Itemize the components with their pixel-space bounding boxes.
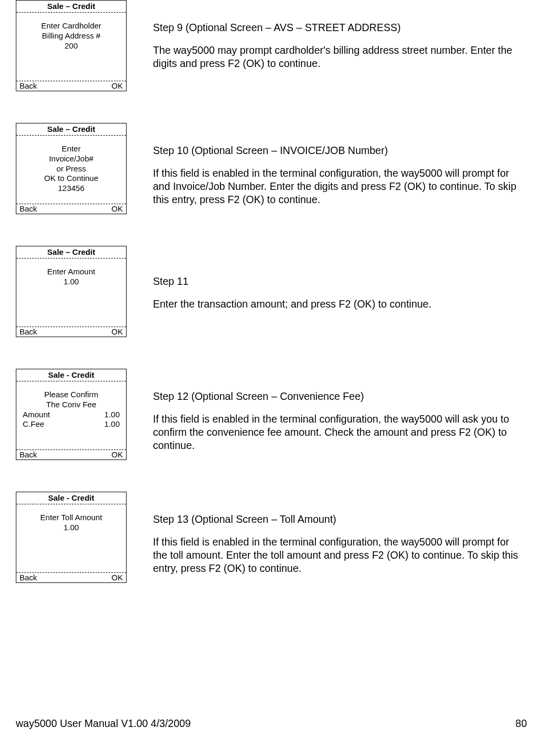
- step-row: Sale – Credit Enter Amount 1.00 Back OK …: [16, 246, 527, 337]
- terminal-footer: Back OK: [16, 450, 126, 460]
- terminal-body: Please Confirm The Conv Fee Amount 1.00 …: [16, 381, 126, 450]
- kv-value: 1.00: [104, 410, 120, 420]
- step-heading: Step 12 (Optional Screen – Convenience F…: [153, 390, 522, 403]
- step-row: Sale - Credit Enter Toll Amount 1.00 Bac…: [16, 492, 527, 583]
- terminal-footer: Back OK: [16, 81, 126, 91]
- terminal-screen: Sale – Credit Enter Cardholder Billing A…: [16, 0, 127, 91]
- terminal-footer: Back OK: [16, 327, 126, 337]
- terminal-title: Sale - Credit: [16, 369, 126, 381]
- terminal-line: Enter Cardholder: [22, 21, 121, 31]
- terminal-line: Invoice/Job#: [22, 154, 121, 164]
- back-button[interactable]: Back: [20, 81, 37, 90]
- step-heading: Step 13 (Optional Screen – Toll Amount): [153, 513, 522, 526]
- step-body: If this field is enabled in the terminal…: [153, 413, 522, 452]
- ok-button[interactable]: OK: [111, 573, 123, 582]
- step-text: Step 13 (Optional Screen – Toll Amount) …: [153, 492, 522, 575]
- step-row: Sale – Credit Enter Cardholder Billing A…: [16, 0, 527, 91]
- terminal-screen: Sale – Credit Enter Amount 1.00 Back OK: [16, 246, 127, 337]
- back-button[interactable]: Back: [20, 204, 37, 213]
- terminal-line: Enter Amount: [22, 267, 121, 277]
- step-row: Sale - Credit Please Confirm The Conv Fe…: [16, 369, 527, 460]
- step-text: Step 12 (Optional Screen – Convenience F…: [153, 369, 522, 452]
- terminal-body: Enter Amount 1.00: [16, 259, 126, 327]
- terminal-body: Enter Toll Amount 1.00: [16, 504, 126, 573]
- terminal-screen: Sale – Credit Enter Invoice/Job# or Pres…: [16, 123, 127, 214]
- terminal-screen: Sale - Credit Please Confirm The Conv Fe…: [16, 369, 127, 460]
- terminal-body: Enter Invoice/Job# or Press OK to Contin…: [16, 136, 126, 204]
- terminal-line: 200: [22, 41, 121, 51]
- kv-value: 1.00: [104, 419, 120, 429]
- step-body: If this field is enabled in the terminal…: [153, 535, 522, 575]
- step-body: The way5000 may prompt cardholder's bill…: [153, 44, 522, 70]
- terminal-line: Billing Address #: [22, 31, 121, 41]
- terminal-line: Enter Toll Amount: [22, 513, 121, 523]
- terminal-line: 1.00: [22, 277, 121, 287]
- terminal-line: OK to Continue: [22, 174, 121, 184]
- terminal-line: Please Confirm: [22, 390, 121, 400]
- terminal-line: 123456: [22, 184, 121, 194]
- step-heading: Step 11: [153, 275, 431, 288]
- ok-button[interactable]: OK: [111, 81, 123, 90]
- step-heading: Step 9 (Optional Screen – AVS – STREET A…: [153, 21, 522, 34]
- terminal-screen: Sale - Credit Enter Toll Amount 1.00 Bac…: [16, 492, 127, 583]
- kv-label: C.Fee: [23, 419, 44, 429]
- step-text: Step 10 (Optional Screen – INVOICE/JOB N…: [153, 123, 522, 206]
- terminal-line: 1.00: [22, 523, 121, 533]
- step-heading: Step 10 (Optional Screen – INVOICE/JOB N…: [153, 144, 522, 157]
- step-body: If this field is enabled in the terminal…: [153, 167, 522, 206]
- back-button[interactable]: Back: [20, 573, 37, 582]
- footer-page: 80: [515, 717, 527, 730]
- step-text: Step 9 (Optional Screen – AVS – STREET A…: [153, 0, 522, 70]
- page-content: Sale – Credit Enter Cardholder Billing A…: [0, 0, 548, 583]
- terminal-kv-row: C.Fee 1.00: [22, 419, 121, 429]
- terminal-footer: Back OK: [16, 204, 126, 214]
- ok-button[interactable]: OK: [111, 450, 123, 459]
- kv-label: Amount: [23, 410, 50, 420]
- terminal-body: Enter Cardholder Billing Address # 200: [16, 13, 126, 81]
- step-row: Sale – Credit Enter Invoice/Job# or Pres…: [16, 123, 527, 214]
- terminal-title: Sale – Credit: [16, 123, 126, 136]
- back-button[interactable]: Back: [20, 450, 37, 459]
- step-body: Enter the transaction amount; and press …: [153, 298, 431, 311]
- back-button[interactable]: Back: [20, 327, 37, 336]
- footer-left: way5000 User Manual V1.00 4/3/2009: [16, 717, 191, 730]
- ok-button[interactable]: OK: [111, 204, 123, 213]
- terminal-line: The Conv Fee: [22, 400, 121, 410]
- terminal-title: Sale – Credit: [16, 246, 126, 259]
- terminal-title: Sale – Credit: [16, 1, 126, 13]
- terminal-line: Enter: [22, 144, 121, 154]
- terminal-title: Sale - Credit: [16, 492, 126, 504]
- ok-button[interactable]: OK: [111, 327, 123, 336]
- step-text: Step 11 Enter the transaction amount; an…: [153, 246, 431, 311]
- terminal-line: or Press: [22, 164, 121, 174]
- terminal-footer: Back OK: [16, 573, 126, 582]
- terminal-kv-row: Amount 1.00: [22, 410, 121, 420]
- page-footer: way5000 User Manual V1.00 4/3/2009 80: [16, 717, 527, 730]
